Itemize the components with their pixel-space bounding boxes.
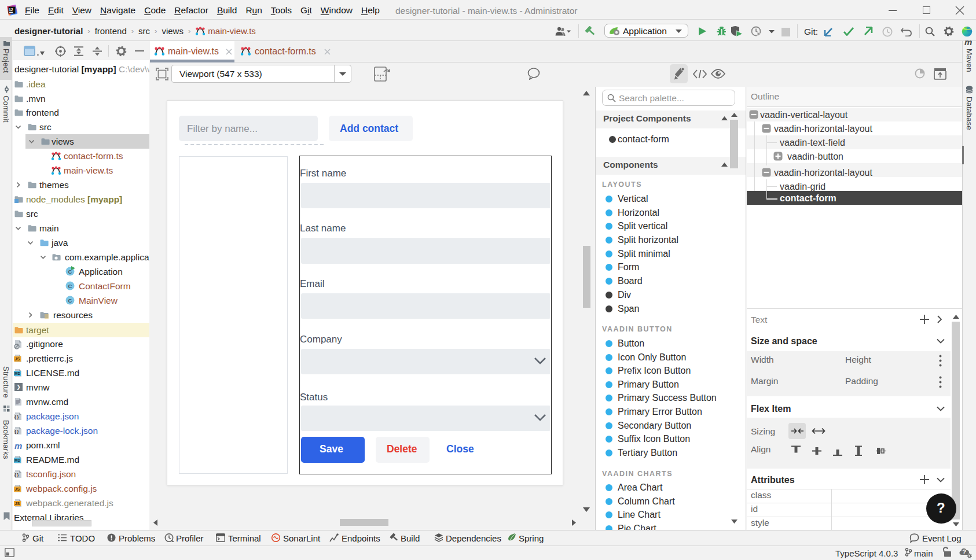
svg-text:IJ: IJ <box>9 7 13 12</box>
svg-text:?: ? <box>962 548 966 555</box>
